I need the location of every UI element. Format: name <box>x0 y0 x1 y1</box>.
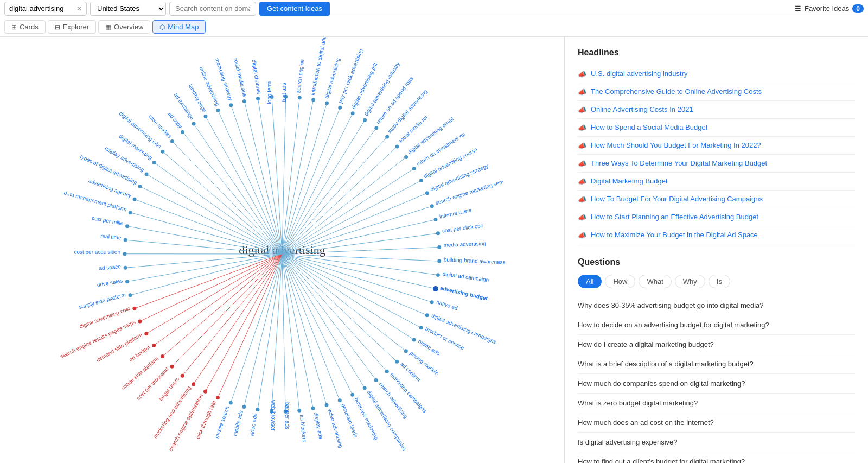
question-item[interactable]: How much do companies spend on digital m… <box>578 374 855 394</box>
svg-point-102 <box>437 245 441 249</box>
headline-text: Online Advertising Costs In 2021 <box>591 105 693 113</box>
svg-text:return on ad spend roas: return on ad spend roas <box>375 75 414 125</box>
svg-point-72 <box>311 98 315 102</box>
question-filter-btn[interactable]: What <box>639 275 671 288</box>
cards-tab-label: Cards <box>20 23 39 31</box>
question-item[interactable]: What is zero budget digital marketing? <box>578 394 855 413</box>
overview-tab-label: Overview <box>114 23 143 31</box>
svg-text:marketing and advertising: marketing and advertising <box>152 385 192 440</box>
tab-mindmap[interactable]: ⬡ Mind Map <box>152 20 206 34</box>
headline-text: Digital Marketing Budget <box>591 177 668 185</box>
svg-line-66 <box>231 105 282 254</box>
svg-point-90 <box>412 167 416 170</box>
svg-text:search engine: search engine <box>295 59 305 93</box>
question-item[interactable]: Is digital advertising expensive? <box>578 433 855 452</box>
tab-overview[interactable]: ▦ Overview <box>98 20 150 34</box>
svg-text:digital advertising companies: digital advertising companies <box>366 389 408 452</box>
svg-point-84 <box>385 135 389 139</box>
question-filter-btn[interactable]: How <box>605 275 635 288</box>
svg-point-96 <box>430 204 434 208</box>
headline-text: Three Ways To Determine Your Digital Mar… <box>591 159 767 167</box>
domain-search-input[interactable] <box>169 2 256 16</box>
svg-text:marketing campaigns: marketing campaigns <box>389 371 428 414</box>
question-item[interactable]: Why does 30-35% advertising budget go in… <box>578 296 855 315</box>
question-filter-btn[interactable]: All <box>578 275 602 288</box>
svg-text:video advertising: video advertising <box>327 408 344 448</box>
svg-point-190 <box>161 150 164 154</box>
mindmap-area[interactable]: digital advertising introduction to digi… <box>0 37 564 463</box>
svg-line-55 <box>130 213 282 254</box>
svg-point-170 <box>125 280 129 283</box>
close-query-icon[interactable]: ✕ <box>76 5 82 12</box>
svg-point-108 <box>433 286 438 291</box>
svg-line-39 <box>218 254 282 398</box>
svg-text:web browser: web browser <box>270 399 276 431</box>
search-query-container: ✕ <box>4 2 87 16</box>
svg-point-200 <box>216 109 220 112</box>
svg-text:generate leads: generate leads <box>340 403 359 439</box>
questions-section: Questions AllHowWhatWhyIs Why does 30-35… <box>578 257 855 463</box>
headline-item[interactable]: 📣How to Spend a Social Media Budget <box>578 119 855 137</box>
headline-text: U.S. digital advertising industry <box>591 69 687 78</box>
svg-point-206 <box>256 97 260 100</box>
question-filter-btn[interactable]: Why <box>675 275 705 288</box>
svg-point-152 <box>192 382 195 386</box>
headline-item[interactable]: 📣Digital Marketing Budget <box>578 173 855 191</box>
svg-text:long term: long term <box>266 81 272 104</box>
svg-text:social media ads: social media ads <box>233 56 248 97</box>
svg-line-71 <box>282 98 299 254</box>
svg-line-10 <box>282 168 414 254</box>
mindmap-svg: digital advertising introduction to digi… <box>0 37 564 463</box>
question-item[interactable]: How do I create a digital marketing budg… <box>578 335 855 354</box>
tab-explorer[interactable]: ⊟ Explorer <box>48 20 96 34</box>
headline-item[interactable]: 📣Online Advertising Costs In 2021 <box>578 101 855 119</box>
svg-point-92 <box>419 179 423 182</box>
megaphone-icon: 📣 <box>578 70 586 78</box>
megaphone-icon: 📣 <box>578 160 586 168</box>
favorite-count-badge: 0 <box>852 4 864 13</box>
svg-text:mobile search: mobile search <box>214 405 231 439</box>
headline-item[interactable]: 📣U.S. digital advertising industry <box>578 65 855 83</box>
country-select[interactable]: United States United Kingdom Canada Aust… <box>90 2 166 16</box>
svg-line-20 <box>282 254 432 302</box>
svg-point-106 <box>436 273 440 277</box>
question-filter-btn[interactable]: Is <box>709 275 730 288</box>
questions-list: Why does 30-35% advertising budget go in… <box>578 296 855 463</box>
question-item[interactable]: What is a brief description of a digital… <box>578 354 855 374</box>
megaphone-icon: 📣 <box>578 88 586 96</box>
svg-line-21 <box>282 254 427 315</box>
svg-text:video ads: video ads <box>248 413 258 437</box>
headline-item[interactable]: 📣How Much Should You Budget For Marketin… <box>578 137 855 155</box>
get-ideas-button[interactable]: Get content ideas <box>259 2 330 16</box>
question-item[interactable]: How to decide on an advertising budget f… <box>578 315 855 335</box>
megaphone-icon: 📣 <box>578 142 586 150</box>
svg-text:digital channel: digital channel <box>251 59 263 94</box>
headline-item[interactable]: 📣Three Ways To Determine Your Digital Ma… <box>578 155 855 173</box>
svg-text:study digital advertising: study digital advertising <box>386 88 429 135</box>
headlines-list: 📣U.S. digital advertising industry📣The C… <box>578 65 855 244</box>
headline-item[interactable]: 📣How to Start Planning an Effective Adve… <box>578 208 855 226</box>
svg-line-6 <box>282 128 376 254</box>
svg-text:display ads: display ads <box>313 411 324 439</box>
svg-line-32 <box>282 254 313 408</box>
headline-text: How to Maximize Your Budget in the Digit… <box>591 231 758 239</box>
svg-point-194 <box>181 130 184 134</box>
headline-item[interactable]: 📣How To Budget For Your Digital Advertis… <box>578 191 855 208</box>
svg-line-7 <box>282 137 387 254</box>
svg-point-202 <box>229 103 233 107</box>
tab-cards[interactable]: ⊞ Cards <box>4 20 46 34</box>
svg-text:digital advertising jobs: digital advertising jobs <box>118 110 163 149</box>
favorite-ideas-button[interactable]: ☰ Favorite Ideas 0 <box>795 4 864 13</box>
svg-point-112 <box>425 313 429 317</box>
svg-point-80 <box>363 118 367 122</box>
question-item[interactable]: How much does an ad cost on the internet… <box>578 413 855 433</box>
question-item[interactable]: How to find out a client's budget for di… <box>578 452 855 463</box>
headline-item[interactable]: 📣How to Maximize Your Budget in the Digi… <box>578 226 855 244</box>
svg-point-130 <box>338 398 342 402</box>
svg-point-156 <box>170 365 174 369</box>
search-query-input[interactable] <box>9 4 74 12</box>
svg-text:digital ad campaign: digital ad campaign <box>442 271 489 283</box>
svg-text:text ads: text ads <box>281 83 287 102</box>
header: ✕ United States United Kingdom Canada Au… <box>0 0 868 17</box>
headline-item[interactable]: 📣The Comprehensive Guide to Online Adver… <box>578 83 855 101</box>
